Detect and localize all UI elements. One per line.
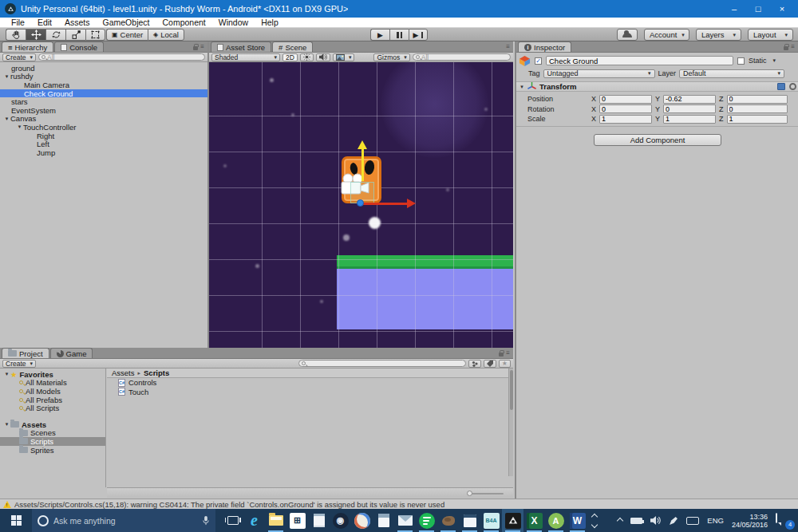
position-x-field[interactable] <box>599 95 652 104</box>
menu-file[interactable]: File <box>5 18 31 28</box>
vertical-scrollbar[interactable] <box>508 368 513 476</box>
transform-component-header[interactable]: ▼ Transform <box>516 81 798 92</box>
scale-y-field[interactable] <box>663 115 716 124</box>
favorite-all-materials[interactable]: All Materials <box>0 379 105 388</box>
taskbar-android-studio[interactable]: A <box>545 509 567 532</box>
hierarchy-item-main-camera[interactable]: Main Camera <box>0 81 207 89</box>
taskbar-unity[interactable] <box>502 509 523 532</box>
taskbar-steam[interactable]: ◉ <box>330 509 351 532</box>
hierarchy-item-stars[interactable]: stars <box>0 97 207 106</box>
folder-scenes[interactable]: Scenes <box>0 429 105 438</box>
hierarchy-item-right[interactable]: Right <box>0 132 207 140</box>
status-message[interactable]: Assets/Scripts/Controls.cs(15,18): warni… <box>14 500 444 509</box>
panel-menu-icon[interactable]: ≡ <box>506 43 510 50</box>
tab-scene[interactable]: #Scene <box>272 41 313 52</box>
taskbar-bird-game[interactable] <box>437 509 459 532</box>
menu-help[interactable]: Help <box>255 18 285 28</box>
hierarchy-item-eventsystem[interactable]: EventSystem <box>0 106 207 115</box>
active-checkbox[interactable]: ✓ <box>535 57 542 65</box>
account-dropdown[interactable]: Account▾ <box>644 29 689 41</box>
hierarchy-item-jump[interactable]: Jump <box>0 148 207 157</box>
rotation-x-field[interactable] <box>599 104 652 113</box>
hierarchy-item-left[interactable]: Left <box>0 140 207 148</box>
toggle-2d-button[interactable]: 2D <box>282 53 298 61</box>
taskbar-search-input[interactable] <box>53 516 197 526</box>
foldout-icon[interactable]: ▼ <box>3 372 10 376</box>
layers-dropdown[interactable]: Layers▾ <box>696 29 741 41</box>
panel-menu-icon[interactable]: ≡ <box>200 43 204 50</box>
hierarchy-create-button[interactable]: Create▾ <box>2 53 36 61</box>
close-icon[interactable]: × <box>771 1 793 17</box>
pivot-local-button[interactable]: ◈Local <box>148 29 184 41</box>
scrollbar-thumb[interactable] <box>510 370 513 410</box>
maximize-icon[interactable]: □ <box>747 1 769 17</box>
file-touch[interactable]: C#Touch <box>107 388 513 397</box>
foldout-icon[interactable]: ▼ <box>519 85 524 89</box>
menu-component[interactable]: Component <box>156 18 211 28</box>
rotation-z-field[interactable] <box>727 104 788 113</box>
taskbar-scroll-buttons[interactable] <box>588 509 601 532</box>
gizmo-y-arrowhead[interactable] <box>358 140 367 149</box>
asset-size-slider[interactable] <box>467 493 504 495</box>
lock-icon[interactable] <box>193 46 198 50</box>
panel-menu-icon[interactable]: ≡ <box>506 349 510 357</box>
gameobject-name-field[interactable] <box>546 56 733 65</box>
foldout-icon[interactable]: ▼ <box>16 124 23 129</box>
favorite-all-scripts[interactable]: All Scripts <box>0 404 105 412</box>
hidden-icons-chevron[interactable] <box>617 517 623 523</box>
favorite-all-prefabs[interactable]: All Prefabs <box>0 396 105 404</box>
project-search[interactable] <box>298 360 466 367</box>
taskbar-file-explorer[interactable] <box>265 509 286 532</box>
tab-hierarchy[interactable]: ≡Hierarchy <box>2 41 53 52</box>
taskbar-store[interactable]: ⊞ <box>286 509 308 532</box>
cortana-search[interactable] <box>32 509 215 532</box>
hierarchy-item-ground[interactable]: ground <box>0 64 207 73</box>
menu-window[interactable]: Window <box>212 18 255 28</box>
project-create-button[interactable]: Create▾ <box>2 360 36 368</box>
position-z-field[interactable] <box>727 95 788 104</box>
slider-handle[interactable] <box>467 491 472 496</box>
gizmos-dropdown[interactable]: Gizmos▾ <box>373 53 409 61</box>
volume-icon[interactable] <box>650 516 661 525</box>
language-indicator[interactable]: ENG <box>707 516 724 525</box>
menu-edit[interactable]: Edit <box>31 18 58 28</box>
taskbar-notepad[interactable] <box>308 509 330 532</box>
scroll-down-icon[interactable] <box>591 521 598 527</box>
taskbar-calendar[interactable] <box>459 509 480 532</box>
pen-icon[interactable] <box>669 516 678 526</box>
taskbar-spotify[interactable] <box>416 509 437 532</box>
menu-assets[interactable]: Assets <box>58 18 97 28</box>
gizmo-x-arrowhead[interactable] <box>407 199 416 208</box>
breadcrumb-current[interactable]: Scripts <box>144 368 169 377</box>
hierarchy-item-touchcontroller[interactable]: ▼TouchController <box>0 123 207 132</box>
scale-z-field[interactable] <box>727 115 788 124</box>
taskbar-mail[interactable] <box>394 509 416 532</box>
step-button[interactable]: ▶ <box>409 29 428 41</box>
static-dropdown-icon[interactable]: ▾ <box>773 57 776 64</box>
favorites-node[interactable]: ▼★Favorites <box>0 370 105 379</box>
status-bar[interactable]: ! Assets/Scripts/Controls.cs(15,18): war… <box>0 499 798 509</box>
taskbar-word[interactable]: W <box>567 509 588 532</box>
lock-icon[interactable] <box>784 46 788 50</box>
lock-icon[interactable] <box>499 353 504 357</box>
cloud-button[interactable] <box>617 29 638 41</box>
action-center-button[interactable]: 4 <box>776 514 792 528</box>
scene-viewport[interactable] <box>209 62 513 348</box>
search-by-type-button[interactable] <box>468 360 481 368</box>
battery-icon[interactable] <box>630 518 642 524</box>
search-by-label-button[interactable] <box>484 360 496 368</box>
play-button[interactable]: ▶ <box>370 29 389 41</box>
gear-icon[interactable] <box>789 83 796 90</box>
favorite-search-button[interactable]: ★ <box>499 360 511 368</box>
scene-lighting-button[interactable] <box>300 53 314 61</box>
static-checkbox[interactable] <box>737 57 745 65</box>
help-reference-icon[interactable] <box>777 83 785 90</box>
hierarchy-search-input[interactable] <box>47 53 202 61</box>
gizmo-x-axis[interactable] <box>362 203 407 205</box>
layout-dropdown[interactable]: Layout▾ <box>748 29 793 41</box>
taskbar-clock[interactable]: 13:3624/05/2016 <box>732 513 768 529</box>
taskbar-excel[interactable]: X <box>523 509 545 532</box>
folder-scripts[interactable]: Scripts <box>0 437 105 446</box>
taskbar-edge[interactable]: e <box>243 509 265 532</box>
scroll-up-icon[interactable] <box>591 513 598 519</box>
